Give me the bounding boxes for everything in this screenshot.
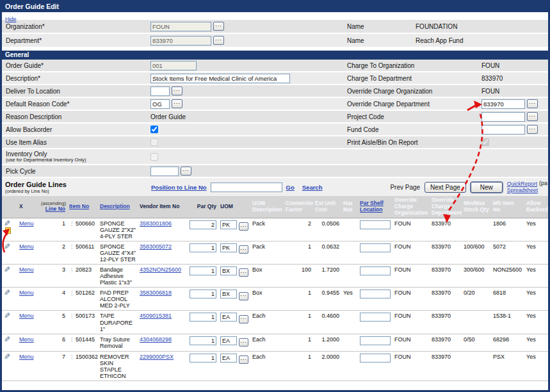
department-input[interactable] xyxy=(150,36,211,45)
row-menu-link[interactable]: Menu xyxy=(19,220,34,227)
drill-around-icon[interactable]: ⋮ xyxy=(69,313,74,319)
uom-input[interactable] xyxy=(220,243,237,252)
project-code-input[interactable] xyxy=(481,112,525,122)
uom-input[interactable] xyxy=(220,354,237,363)
deliver-to-location-lookup-button[interactable]: ... xyxy=(172,86,182,95)
delete-column-header[interactable]: X xyxy=(17,196,39,218)
row-menu-link[interactable]: Menu xyxy=(19,313,34,319)
position-to-line-no-link[interactable]: Position to Line No xyxy=(151,184,207,191)
description-header[interactable]: Description xyxy=(98,196,138,218)
par-qty-input[interactable] xyxy=(190,266,216,275)
uom-lookup-button[interactable]: ... xyxy=(239,268,248,277)
line-no-header[interactable]: (ascending) Line No xyxy=(39,196,67,218)
inventory-only-checkbox[interactable] xyxy=(150,153,158,161)
department-lookup-button[interactable]: ... xyxy=(213,36,224,45)
drill-around-icon[interactable]: ⋮ xyxy=(69,221,74,227)
par-shelf-location-input[interactable] xyxy=(360,354,391,363)
edit-pencil-icon[interactable]: ✎ xyxy=(4,336,10,343)
deliver-to-location-input[interactable] xyxy=(150,86,170,96)
drill-around-icon[interactable]: ⋮ xyxy=(69,267,74,273)
note-icon[interactable] xyxy=(5,227,11,234)
pick-cycle-input[interactable] xyxy=(150,167,179,176)
go-link[interactable]: Go xyxy=(286,184,295,191)
new-button[interactable]: New xyxy=(471,182,503,193)
position-to-input[interactable] xyxy=(211,183,282,192)
use-item-alias-checkbox[interactable] xyxy=(150,138,158,146)
fund-code-lookup-button[interactable]: ... xyxy=(527,125,538,134)
edit-pencil-icon[interactable]: ✎ xyxy=(4,313,10,319)
drill-around-icon[interactable]: ⋮ xyxy=(69,290,74,296)
allow-backorder-cell: Yes xyxy=(524,351,548,380)
vendor-item-no-link[interactable]: 3583005072 xyxy=(140,243,172,250)
par-shelf-location-input[interactable] xyxy=(360,336,391,345)
uom-lookup-button[interactable]: ... xyxy=(239,292,248,300)
default-reason-code-lookup-button[interactable]: ... xyxy=(172,99,182,108)
par-qty-input[interactable] xyxy=(190,243,216,252)
row-menu-link[interactable]: Menu xyxy=(19,336,34,343)
uom-lookup-button[interactable]: ... xyxy=(239,245,248,254)
hide-link[interactable]: Hide xyxy=(5,16,16,22)
search-link[interactable]: Search xyxy=(302,184,323,191)
drill-around-icon[interactable]: ⋮ xyxy=(69,244,74,250)
par-qty-input[interactable] xyxy=(190,290,216,298)
organization-lookup-button[interactable]: ... xyxy=(213,22,224,31)
edit-pencil-icon[interactable]: ✎ xyxy=(4,243,10,250)
par-shelf-location-header[interactable]: Par Shelf Location xyxy=(358,196,392,218)
fund-code-input[interactable] xyxy=(481,125,525,135)
description-input[interactable] xyxy=(150,74,290,83)
spreadsheet-link[interactable]: Spreadsheet xyxy=(507,187,538,193)
vendor-item-no-link[interactable]: 2299000PSX xyxy=(140,354,174,360)
row-menu-link[interactable]: Menu xyxy=(19,266,34,273)
uom-lookup-button[interactable]: ... xyxy=(239,355,248,364)
drill-around-icon[interactable]: ⋮ xyxy=(69,337,74,343)
override-charge-department-lookup-button[interactable]: ... xyxy=(527,99,538,108)
drill-around-icon[interactable]: ⋮ xyxy=(69,354,74,360)
par-shelf-location-cell xyxy=(358,218,392,241)
par-qty-input[interactable] xyxy=(190,354,216,363)
par-shelf-location-input[interactable] xyxy=(360,243,391,252)
par-shelf-location-input[interactable] xyxy=(360,313,391,322)
par-qty-input[interactable] xyxy=(190,220,216,229)
vendor-item-no-link[interactable]: 4509015381 xyxy=(140,313,172,319)
uom-input[interactable] xyxy=(220,266,237,275)
next-page-button[interactable]: Next Page xyxy=(425,182,466,193)
par-shelf-location-input[interactable] xyxy=(360,266,391,275)
organization-input[interactable] xyxy=(150,22,211,31)
haz-mat-cell xyxy=(341,218,358,241)
par-shelf-location-input[interactable] xyxy=(360,220,391,229)
uom-lookup-button[interactable]: ... xyxy=(239,315,248,323)
row-menu-link[interactable]: Menu xyxy=(19,290,34,296)
edit-pencil-icon[interactable]: ✎ xyxy=(4,220,10,227)
uom-lookup-button[interactable]: ... xyxy=(239,222,248,231)
project-code-lookup-button[interactable]: ... xyxy=(527,112,538,121)
prev-page-button[interactable]: Prev Page xyxy=(390,184,420,191)
use-item-alias-label: Use Item Alias xyxy=(6,139,150,146)
uom-input[interactable] xyxy=(220,336,237,345)
edit-pencil-icon[interactable]: ✎ xyxy=(4,290,10,296)
override-charge-department-input[interactable] xyxy=(481,99,525,109)
par-qty-input[interactable] xyxy=(190,313,216,322)
edit-pencil-icon[interactable]: ✎ xyxy=(4,354,10,360)
item-no-cell: ⋮501262 xyxy=(67,288,98,311)
uom-input[interactable] xyxy=(220,290,237,298)
uom-lookup-button[interactable]: ... xyxy=(239,338,248,347)
default-reason-code-input[interactable] xyxy=(150,99,170,109)
vendor-item-no-link[interactable]: 4352NON25600 xyxy=(140,266,181,273)
uom-input[interactable] xyxy=(220,313,237,322)
vendor-item-no-cell: 4352NON25600 xyxy=(138,264,182,287)
vendor-item-no-link[interactable]: 4304068298 xyxy=(140,336,172,343)
pick-cycle-lookup-button[interactable]: ... xyxy=(181,167,191,176)
row-menu-link[interactable]: Menu xyxy=(19,243,34,250)
order-guide-input[interactable] xyxy=(150,61,197,70)
uom-input[interactable] xyxy=(220,220,237,229)
allow-backorder-checkbox[interactable] xyxy=(150,126,158,133)
quickreport-link[interactable]: QuickReport xyxy=(507,181,538,187)
print-aisle-bin-checkbox[interactable] xyxy=(481,138,489,146)
par-shelf-location-input[interactable] xyxy=(360,290,391,298)
edit-pencil-icon[interactable]: ✎ xyxy=(4,266,10,273)
row-menu-link[interactable]: Menu xyxy=(19,354,34,360)
par-qty-input[interactable] xyxy=(190,336,216,345)
item-no-header[interactable]: Item No xyxy=(67,196,98,218)
vendor-item-no-link[interactable]: 3583001806 xyxy=(140,220,172,227)
vendor-item-no-link[interactable]: 3583006818 xyxy=(140,290,172,296)
